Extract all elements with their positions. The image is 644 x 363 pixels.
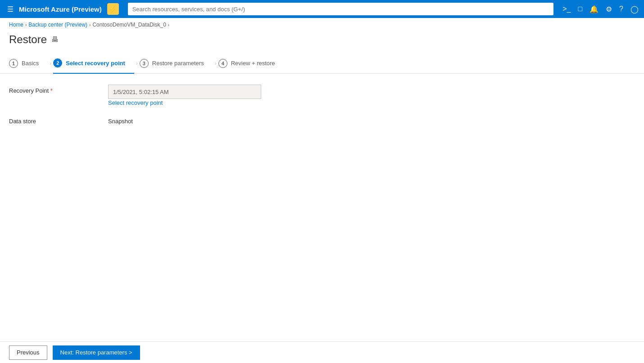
wizard-step-basics[interactable]: 1 Basics xyxy=(9,54,48,73)
app-title: Microsoft Azure (Preview) xyxy=(19,5,102,13)
recovery-point-input: 1/5/2021, 5:02:15 AM xyxy=(108,85,261,99)
step-label-3: Restore parameters xyxy=(152,60,204,67)
portal-settings-icon[interactable]: □ xyxy=(578,5,582,13)
help-icon[interactable]: ? xyxy=(619,5,623,13)
wizard-step-recovery-point[interactable]: 2 Select recovery point xyxy=(53,53,134,74)
data-store-value: Snapshot xyxy=(108,115,133,125)
step-number-4: 4 xyxy=(218,59,227,68)
search-input[interactable] xyxy=(128,3,554,15)
recovery-point-label: Recovery Point * xyxy=(9,85,108,94)
step-sep-3: › xyxy=(213,60,218,67)
user-icon[interactable]: ◯ xyxy=(630,5,639,13)
step-sep-1: › xyxy=(48,60,53,67)
print-icon[interactable]: 🖶 xyxy=(51,36,59,44)
breadcrumb-home[interactable]: Home xyxy=(9,22,23,28)
breadcrumb-sep-1: › xyxy=(25,22,27,27)
breadcrumb-current: ContosoDemoVM_DataDisk_0 xyxy=(92,22,166,28)
data-store-row: Data store Snapshot xyxy=(9,115,635,125)
step-label-1: Basics xyxy=(22,60,39,67)
topbar-badge: ⚡ xyxy=(107,3,119,15)
content-area: Recovery Point * 1/5/2021, 5:02:15 AM Se… xyxy=(0,85,644,125)
page-title: Restore xyxy=(9,33,47,46)
breadcrumb-backup-center[interactable]: Backup center (Preview) xyxy=(28,22,87,28)
data-store-label: Data store xyxy=(9,115,108,125)
recovery-point-control: 1/5/2021, 5:02:15 AM Select recovery poi… xyxy=(108,85,635,106)
recovery-point-value: 1/5/2021, 5:02:15 AM xyxy=(113,89,169,95)
step-number-2: 2 xyxy=(53,58,62,67)
wizard-steps: 1 Basics › 2 Select recovery point › 3 R… xyxy=(0,53,644,74)
recovery-point-row: Recovery Point * 1/5/2021, 5:02:15 AM Se… xyxy=(9,85,635,106)
wizard-step-restore-params[interactable]: 3 Restore parameters xyxy=(140,54,213,73)
breadcrumb-sep-2: › xyxy=(89,22,91,27)
step-sep-2: › xyxy=(134,60,140,67)
breadcrumb-sep-3: › xyxy=(168,22,169,27)
breadcrumb: Home › Backup center (Preview) › Contoso… xyxy=(0,18,644,31)
step-label-4: Review + restore xyxy=(231,60,275,67)
notifications-icon[interactable]: 🔔 xyxy=(590,5,599,13)
step-number-3: 3 xyxy=(140,59,149,68)
topbar-icons: >_ □ 🔔 ⚙ ? ◯ xyxy=(562,5,639,13)
topbar: ☰ Microsoft Azure (Preview) ⚡ >_ □ 🔔 ⚙ ?… xyxy=(0,0,644,18)
terminal-icon[interactable]: >_ xyxy=(562,5,571,13)
step-label-2: Select recovery point xyxy=(66,60,125,67)
required-indicator: * xyxy=(50,87,53,94)
page-header: Restore 🖶 xyxy=(0,31,644,53)
search-container xyxy=(128,3,554,15)
settings-icon[interactable]: ⚙ xyxy=(606,5,612,13)
select-recovery-point-link[interactable]: Select recovery point xyxy=(108,99,163,106)
wizard-step-review[interactable]: 4 Review + restore xyxy=(218,54,284,73)
step-number-1: 1 xyxy=(9,59,18,68)
menu-icon[interactable]: ☰ xyxy=(5,3,15,15)
badge-icon: ⚡ xyxy=(109,5,117,13)
